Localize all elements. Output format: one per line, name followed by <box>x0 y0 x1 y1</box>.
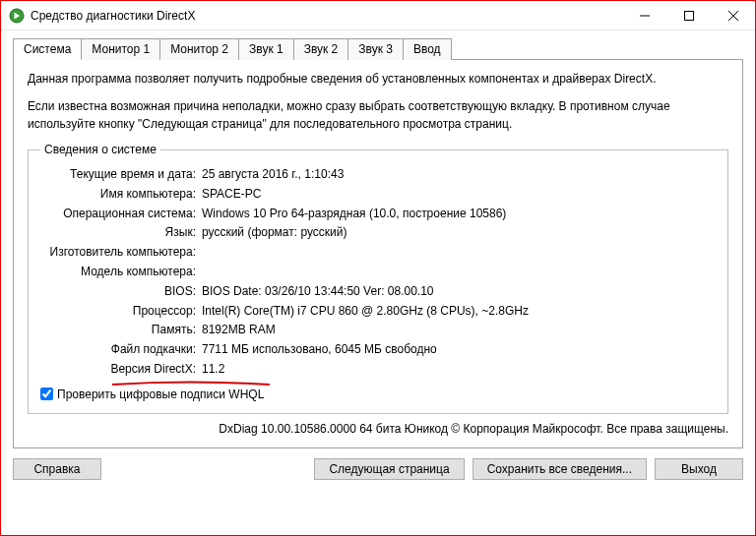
system-info-legend: Сведения о системе <box>40 143 160 156</box>
minimize-button[interactable] <box>622 1 666 30</box>
value-os: Windows 10 Pro 64-разрядная (10.0, постр… <box>202 206 716 222</box>
intro-p1: Данная программа позволяет получить подр… <box>28 70 728 88</box>
tab-input[interactable]: Ввод <box>403 38 452 60</box>
highlight-underline <box>111 376 271 383</box>
whql-label[interactable]: Проверить цифровые подписи WHQL <box>57 387 264 401</box>
maximize-button[interactable] <box>666 1 711 30</box>
app-icon <box>9 8 25 24</box>
whql-checkbox[interactable] <box>40 387 53 400</box>
value-directx: 11.2 <box>202 361 716 378</box>
exit-button[interactable]: Выход <box>655 458 743 480</box>
label-memory: Память: <box>40 322 202 338</box>
tab-panel: Данная программа позволяет получить подр… <box>13 60 743 448</box>
next-page-button[interactable]: Следующая страница <box>314 458 464 480</box>
system-info-group: Сведения о системе Текущие время и дата:… <box>28 143 728 414</box>
tab-sound1[interactable]: Звук 1 <box>238 38 294 60</box>
label-cpu: Процессор: <box>40 303 202 320</box>
value-language: русский (формат: русский) <box>202 224 716 241</box>
value-pagefile: 7711 МБ использовано, 6045 МБ свободно <box>202 341 716 358</box>
intro-p2: Если известна возможная причина неполадк… <box>28 97 728 133</box>
value-memory: 8192MB RAM <box>202 322 716 338</box>
tab-sound3[interactable]: Звук 3 <box>347 38 404 60</box>
button-bar: Справка Следующая страница Сохранить все… <box>13 458 743 480</box>
value-cpu: Intel(R) Core(TM) i7 CPU 860 @ 2.80GHz (… <box>202 303 716 320</box>
tab-monitor1[interactable]: Монитор 1 <box>81 38 160 60</box>
window-title: Средство диагностики DirectX <box>31 9 622 23</box>
close-button[interactable] <box>711 1 755 30</box>
svg-rect-2 <box>684 11 693 20</box>
label-manufacturer: Изготовитель компьютера: <box>40 244 202 261</box>
label-language: Язык: <box>40 224 202 241</box>
label-computername: Имя компьютера: <box>40 186 202 203</box>
label-bios: BIOS: <box>40 283 202 300</box>
intro-text: Данная программа позволяет получить подр… <box>28 70 728 133</box>
tab-system[interactable]: Система <box>13 38 82 60</box>
label-os: Операционная система: <box>40 206 202 222</box>
window-titlebar: Средство диагностики DirectX <box>1 1 755 30</box>
label-datetime: Текущие время и дата: <box>40 166 202 183</box>
tab-sound2[interactable]: Звук 2 <box>293 38 349 60</box>
save-all-button[interactable]: Сохранить все сведения... <box>472 458 647 480</box>
value-datetime: 25 августа 2016 г., 1:10:43 <box>202 166 716 183</box>
label-pagefile: Файл подкачки: <box>40 341 202 358</box>
help-button[interactable]: Справка <box>13 458 101 480</box>
tab-monitor2[interactable]: Монитор 2 <box>159 38 239 60</box>
value-model <box>202 264 716 280</box>
tab-bar: Система Монитор 1 Монитор 2 Звук 1 Звук … <box>13 38 743 60</box>
value-computername: SPACE-PC <box>202 186 716 203</box>
label-model: Модель компьютера: <box>40 264 202 280</box>
value-bios: BIOS Date: 03/26/10 13:44:50 Ver: 08.00.… <box>202 283 716 300</box>
footer-text: DxDiag 10.00.10586.0000 64 бита Юникод ©… <box>28 422 728 436</box>
value-manufacturer <box>202 244 716 261</box>
